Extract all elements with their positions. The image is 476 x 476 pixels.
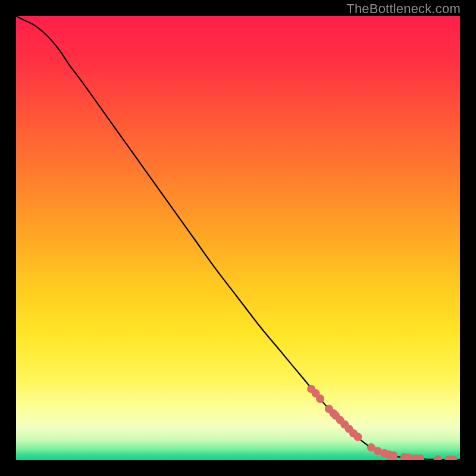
data-dot (434, 455, 442, 460)
data-dot (316, 394, 324, 403)
data-dot (389, 452, 397, 460)
plot-area (16, 16, 460, 460)
stage: TheBottleneck.com (0, 0, 476, 476)
data-dot (353, 433, 362, 441)
watermark-text: TheBottleneck.com (346, 1, 461, 17)
dots-layer (16, 16, 460, 460)
